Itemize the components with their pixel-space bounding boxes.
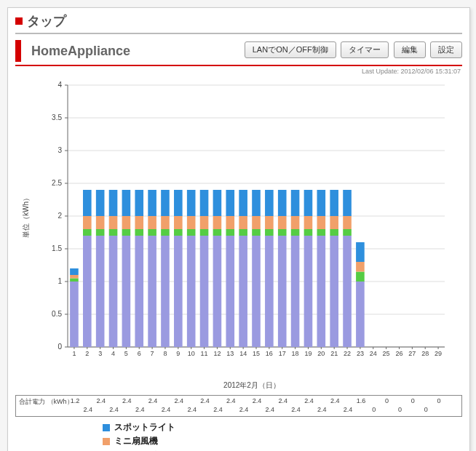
svg-rect-104 bbox=[226, 216, 234, 229]
svg-rect-105 bbox=[226, 190, 234, 216]
svg-rect-98 bbox=[213, 216, 222, 229]
svg-rect-111 bbox=[239, 190, 247, 216]
svg-rect-69 bbox=[148, 190, 156, 216]
legend-label: スポットライト bbox=[114, 421, 175, 434]
total-value: 2.4 bbox=[159, 406, 173, 413]
svg-text:26: 26 bbox=[395, 350, 402, 357]
total-value: 2.4 bbox=[107, 406, 122, 413]
svg-rect-42 bbox=[96, 236, 105, 347]
svg-rect-74 bbox=[161, 216, 170, 229]
svg-rect-68 bbox=[148, 216, 156, 229]
svg-rect-56 bbox=[122, 216, 131, 229]
svg-rect-30 bbox=[70, 282, 79, 347]
total-value: 2.4 bbox=[263, 406, 277, 413]
svg-rect-135 bbox=[291, 190, 300, 216]
total-value: 2.4 bbox=[250, 397, 264, 404]
svg-rect-129 bbox=[278, 190, 287, 216]
svg-rect-109 bbox=[239, 229, 247, 236]
chart-area: 00.511.522.533.54単位（kWh）1234567891011121… bbox=[15, 78, 462, 391]
last-update-text: Last Update: 2012/02/06 15:31:07 bbox=[8, 68, 461, 75]
total-value: 0 bbox=[392, 406, 407, 413]
svg-text:1.5: 1.5 bbox=[52, 244, 62, 252]
svg-rect-114 bbox=[252, 236, 261, 347]
svg-rect-139 bbox=[304, 229, 313, 236]
svg-rect-147 bbox=[317, 190, 326, 216]
svg-rect-86 bbox=[187, 216, 196, 229]
svg-rect-110 bbox=[239, 216, 247, 229]
svg-rect-97 bbox=[213, 229, 222, 236]
svg-rect-133 bbox=[291, 229, 300, 236]
header-divider bbox=[15, 33, 462, 34]
edit-button[interactable]: 編集 bbox=[394, 41, 426, 58]
svg-rect-132 bbox=[291, 236, 300, 347]
svg-text:25: 25 bbox=[383, 350, 390, 357]
svg-rect-156 bbox=[343, 236, 352, 347]
svg-text:19: 19 bbox=[304, 350, 312, 357]
svg-rect-78 bbox=[174, 236, 183, 347]
svg-rect-93 bbox=[200, 190, 209, 216]
total-value: 2.4 bbox=[301, 397, 316, 404]
legend-label: ミニ扇風機 bbox=[114, 435, 158, 447]
svg-rect-51 bbox=[109, 190, 118, 216]
svg-rect-55 bbox=[122, 229, 131, 236]
svg-text:16: 16 bbox=[266, 350, 273, 357]
svg-rect-117 bbox=[252, 190, 261, 216]
svg-rect-141 bbox=[304, 190, 313, 216]
svg-text:0.5: 0.5 bbox=[52, 310, 62, 318]
svg-rect-121 bbox=[265, 229, 274, 236]
svg-rect-103 bbox=[226, 229, 234, 236]
svg-rect-36 bbox=[83, 236, 92, 347]
svg-rect-63 bbox=[135, 190, 143, 216]
svg-text:3: 3 bbox=[57, 146, 62, 154]
svg-text:4: 4 bbox=[111, 350, 115, 357]
total-value: 2.4 bbox=[185, 406, 199, 413]
total-value: 0 bbox=[419, 406, 433, 413]
totals-row: 合計電力 （kWh） 1.22.42.42.42.42.42.42.42.42.… bbox=[15, 395, 462, 417]
svg-rect-164 bbox=[356, 262, 365, 272]
svg-rect-32 bbox=[70, 275, 79, 279]
lan-control-button[interactable]: LANでON／OFF制御 bbox=[245, 41, 336, 58]
svg-text:2: 2 bbox=[85, 350, 89, 357]
legend: スポットライト ミニ扇風機 フットライト TV bbox=[103, 421, 469, 451]
svg-text:6: 6 bbox=[138, 350, 141, 357]
header-bullet-icon bbox=[15, 17, 23, 25]
svg-rect-153 bbox=[330, 190, 338, 216]
total-value: 2.4 bbox=[276, 397, 290, 404]
svg-rect-43 bbox=[96, 229, 105, 236]
svg-rect-85 bbox=[187, 229, 196, 236]
svg-rect-99 bbox=[213, 190, 222, 216]
svg-text:22: 22 bbox=[344, 350, 351, 357]
svg-text:13: 13 bbox=[226, 350, 234, 357]
svg-rect-96 bbox=[213, 236, 222, 347]
legend-item-fan: ミニ扇風機 bbox=[103, 435, 469, 447]
svg-text:20: 20 bbox=[317, 350, 325, 357]
svg-rect-151 bbox=[330, 229, 338, 236]
svg-rect-79 bbox=[174, 229, 183, 236]
svg-text:24: 24 bbox=[370, 350, 377, 357]
svg-text:1: 1 bbox=[57, 277, 62, 285]
svg-rect-73 bbox=[161, 229, 170, 236]
svg-text:12: 12 bbox=[213, 350, 221, 357]
svg-rect-150 bbox=[330, 236, 338, 347]
stacked-bar-chart: 00.511.522.533.54単位（kWh）1234567891011121… bbox=[15, 78, 459, 369]
svg-rect-123 bbox=[265, 190, 274, 216]
settings-button[interactable]: 設定 bbox=[430, 41, 462, 58]
svg-rect-90 bbox=[200, 236, 209, 347]
timer-button[interactable]: タイマー bbox=[341, 41, 389, 58]
svg-text:4: 4 bbox=[57, 81, 62, 89]
svg-text:3: 3 bbox=[98, 350, 102, 357]
svg-text:18: 18 bbox=[292, 350, 299, 357]
totals-label: 合計電力 （kWh） bbox=[19, 397, 74, 406]
page-title: タップ bbox=[27, 12, 66, 30]
svg-rect-91 bbox=[200, 229, 209, 236]
square-icon bbox=[103, 424, 110, 431]
app-window: タップ HomeAppliance LANでON／OFF制御 タイマー 編集 設… bbox=[7, 7, 470, 451]
svg-rect-75 bbox=[161, 190, 170, 216]
svg-text:10: 10 bbox=[188, 350, 195, 357]
svg-rect-81 bbox=[174, 190, 183, 216]
total-value: 1.2 bbox=[68, 397, 82, 404]
svg-text:8: 8 bbox=[163, 350, 167, 357]
svg-rect-126 bbox=[278, 236, 287, 347]
svg-rect-54 bbox=[122, 236, 131, 347]
svg-text:17: 17 bbox=[279, 350, 286, 357]
